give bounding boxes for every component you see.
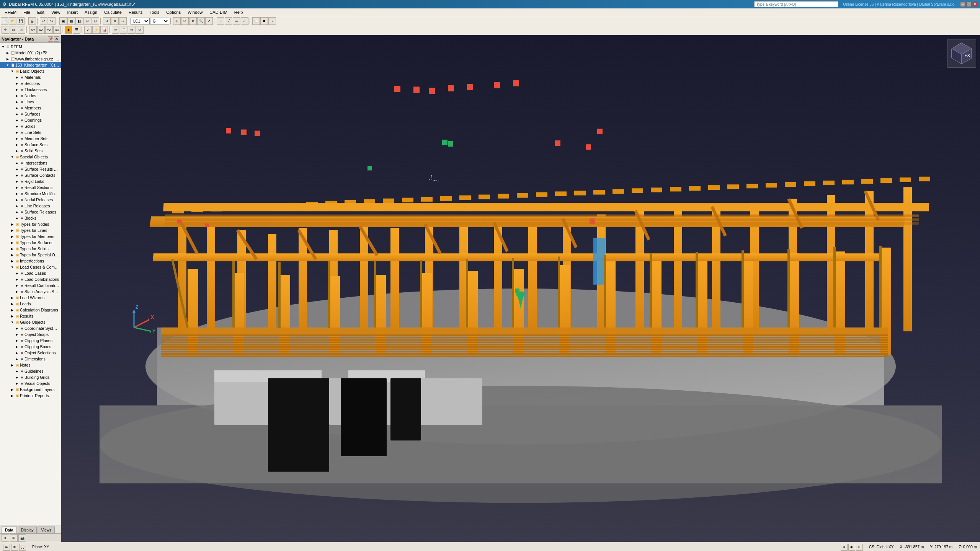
status-render-1[interactable]: ◈ [841,544,848,551]
3d-viewport[interactable]: X Y Z 1 +X [61,35,980,542]
tree-expander-solids[interactable]: ▶ [15,123,19,129]
zoom-tool[interactable]: 🔍 [197,17,205,25]
member-tool[interactable]: ═ [233,17,240,25]
tree-item-types-members[interactable]: ▶▣Types for Members [0,233,61,240]
tree-expander-sections[interactable]: ▶ [15,80,19,86]
tree-expander-types-members[interactable]: ▶ [10,233,15,240]
tree-expander-surface-releases[interactable]: ▶ [15,209,19,215]
tb6[interactable]: ↺ [103,17,111,25]
tree-item-members[interactable]: ▶◆Members [0,105,61,111]
tree-item-visual-objects[interactable]: ▶◆Visual Objects [0,380,61,386]
tree-item-nodes[interactable]: ▶◆Nodes [0,93,61,99]
tree-item-blocks[interactable]: ▶◆Blocks [0,215,61,221]
tree-item-object-selections[interactable]: ▶◆Object Selections [0,350,61,356]
tree-item-static-analysis[interactable]: ▶◆Static Analysis Settings [0,289,61,295]
tree-item-printout-reports[interactable]: ▶▣Printout Reports [0,393,61,399]
tree-item-special-objects[interactable]: ▼▣Special Objects [0,154,61,160]
nav-tab-display[interactable]: Display [18,527,37,533]
tree-expander-model001[interactable]: ▶ [5,50,10,56]
tree-expander-surface-sets[interactable]: ▶ [15,142,19,148]
tree-item-guidelines[interactable]: ▶◆Guidelines [0,368,61,374]
tree-item-guide-objects[interactable]: ▼▣Guide Objects [0,319,61,325]
tree-item-surface-contacts[interactable]: ▶◆Surface Contacts [0,172,61,178]
tree-item-background-layers[interactable]: ▶▣Background Layers [0,386,61,393]
tree-expander-clipping-boxes[interactable]: ▶ [15,344,19,350]
tree-item-clipping-boxes[interactable]: ▶◆Clipping Boxes [0,344,61,350]
tree-item-structure-modifications[interactable]: ▶◆Structure Modifications [0,191,61,197]
result-btn[interactable]: 📊 [100,26,108,34]
tree-expander-blocks[interactable]: ▶ [15,215,19,221]
tree-expander-notes[interactable]: ▶ [10,362,15,368]
tree-item-result-combinations[interactable]: ▶◆Result Combinations [0,282,61,289]
tree-item-types-surfaces[interactable]: ▶▣Types for Surfaces [0,240,61,246]
tree-expander-lines[interactable]: ▶ [15,99,19,105]
menu-item-tools[interactable]: Tools [147,9,163,16]
surface-tool[interactable]: ▭ [241,17,248,25]
tree-expander-line-sets[interactable]: ▶ [15,129,19,135]
menu-item-help[interactable]: Help [231,9,246,16]
status-render-2[interactable]: ◉ [848,544,855,551]
save-button[interactable]: 💾 [17,17,24,25]
render-wire[interactable]: ⊡ [252,17,260,25]
pan-tool[interactable]: ✥ [189,17,197,25]
tree-expander-load-cases-combo[interactable]: ▼ [10,264,15,270]
tree-item-surface-sets[interactable]: ▶◆Surface Sets [0,142,61,148]
tb7[interactable]: ↻ [111,17,119,25]
tree-item-nodal-releases[interactable]: ▶◆Nodal Releases [0,197,61,203]
snap-btn[interactable]: ✛ [2,26,9,34]
tree-expander-object-snaps[interactable]: ▶ [15,331,19,337]
mirror-btn[interactable]: ⇔ [128,26,136,34]
tree-expander-result-combinations[interactable]: ▶ [15,282,19,289]
tree-item-building-grids[interactable]: ▶◆Building Grids [0,374,61,380]
tree-item-line-sets[interactable]: ▶◆Line Sets [0,129,61,135]
tree-expander-nodal-releases[interactable]: ▶ [15,197,19,203]
tree-expander-background-layers[interactable]: ▶ [10,386,15,393]
tree-item-types-lines[interactable]: ▶▣Types for Lines [0,227,61,233]
menu-item-assign[interactable]: Assign [82,9,100,16]
view-3d[interactable]: 3D [53,26,61,34]
tree-item-solid-sets[interactable]: ▶◆Solid Sets [0,148,61,154]
nav-camera-button[interactable]: 📷 [18,534,26,542]
tree-expander-visual-objects[interactable]: ▶ [15,380,19,386]
tree-expander-openings[interactable]: ▶ [15,117,19,123]
tree-expander-dimensions[interactable]: ▶ [15,356,19,362]
view-xz[interactable]: XZ [37,26,45,34]
tree-item-result-sections[interactable]: ▶◆Result Sections [0,184,61,191]
tree-expander-guide-objects[interactable]: ▼ [10,319,15,325]
render-shade[interactable]: ▪ [268,17,276,25]
tree-expander-surface-results-adj[interactable]: ▶ [15,166,19,172]
tb3[interactable]: ◧ [75,17,83,25]
menu-item-options[interactable]: Options [163,9,184,16]
tb8[interactable]: ⇥ [119,17,127,25]
view-yz[interactable]: YZ [45,26,53,34]
tree-expander-types-special[interactable]: ▶ [10,252,15,258]
tree-item-load-wizards[interactable]: ▶▣Load Wizards [0,295,61,301]
tree-item-load-combinations[interactable]: ▶◆Load Combinations [0,276,61,282]
tree-item-types-solids[interactable]: ▶▣Types for Solids [0,246,61,252]
menu-item-insert[interactable]: Insert [64,9,81,16]
tree-expander-building-grids[interactable]: ▶ [15,374,19,380]
node-tool[interactable]: · [217,17,224,25]
tree-expander-basic-objects[interactable]: ▼ [10,68,15,74]
print-button[interactable]: 🖨 [28,17,36,25]
tree-expander-surfaces[interactable]: ▶ [15,111,19,117]
layer-btn[interactable]: ☰ [73,26,80,34]
tree-expander-results[interactable]: ▶ [10,313,15,319]
menu-item-view[interactable]: View [48,9,64,16]
navigator-close-button[interactable]: ✕ [54,36,59,42]
tree-expander-nodes[interactable]: ▶ [15,93,19,99]
tree-item-dimensions[interactable]: ▶◆Dimensions [0,356,61,362]
tree-expander-clipping-planes[interactable]: ▶ [15,337,19,344]
tree-expander-load-wizards[interactable]: ▶ [10,295,15,301]
navigator-pin-button[interactable]: 📌 [48,36,53,42]
tree-expander-model153[interactable]: ▼ [5,62,10,68]
check-btn[interactable]: ✓ [84,26,92,34]
maximize-button[interactable]: □ [966,2,972,7]
close-button[interactable]: ✕ [972,2,978,7]
tree-item-surfaces[interactable]: ▶◆Surfaces [0,111,61,117]
nav-tab-views[interactable]: Views [38,527,55,533]
tree-item-sections[interactable]: ▶◆Sections [0,80,61,86]
tree-item-load-cases[interactable]: ▶◆Load Cases [0,270,61,276]
tree-expander-load-combinations[interactable]: ▶ [15,276,19,282]
tree-expander-types-surfaces[interactable]: ▶ [10,240,15,246]
